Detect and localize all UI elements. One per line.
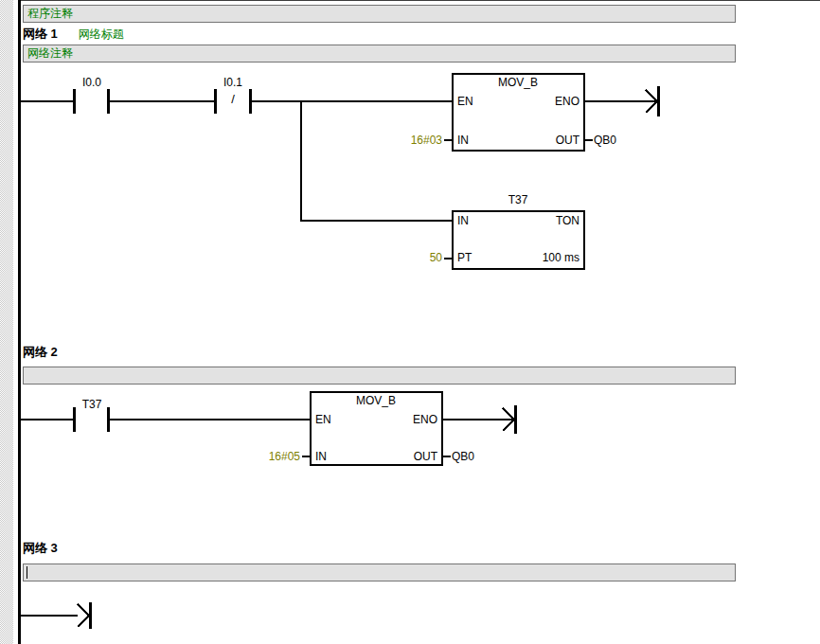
nc-contact-slash: /	[205, 94, 261, 105]
net2-movb-pin-out: OUT	[311, 451, 437, 462]
net2-movb-out-operand[interactable]: QB0	[452, 451, 474, 462]
ladder-editor-canvas: 程序注释 网络 1网络标题 网络注释 网络 2 网络 3	[0, 0, 820, 644]
net2-movb-in-value[interactable]: 16#05	[206, 451, 300, 462]
net1-branch-wire	[301, 101, 453, 221]
contact-operand-i01[interactable]: I0.1	[205, 77, 261, 88]
net2-movb-pin-eno: ENO	[311, 414, 437, 425]
ladder-diagram	[0, 0, 820, 644]
net1-timer-type: TON	[453, 215, 579, 226]
net1-contact-i00[interactable]	[75, 89, 109, 114]
net3-open-branch-arrow-icon[interactable]	[78, 602, 90, 629]
net1-timer-operand[interactable]: T37	[453, 194, 583, 206]
net1-timer-pt-value[interactable]: 50	[348, 252, 442, 263]
net1-movb-pin-eno: ENO	[453, 96, 579, 107]
net1-movb-pin-out: OUT	[453, 134, 579, 146]
net2-movb-title: MOV_B	[311, 395, 441, 406]
contact-operand-t37[interactable]: T37	[63, 399, 120, 410]
net1-movb-in-value[interactable]: 16#03	[348, 134, 442, 146]
contact-operand-i00[interactable]: I0.0	[63, 77, 120, 88]
net1-movb-out-operand[interactable]: QB0	[594, 134, 616, 146]
net1-movb-title: MOV_B	[453, 77, 583, 88]
net1-timer-time-base: 100 ms	[453, 252, 579, 263]
